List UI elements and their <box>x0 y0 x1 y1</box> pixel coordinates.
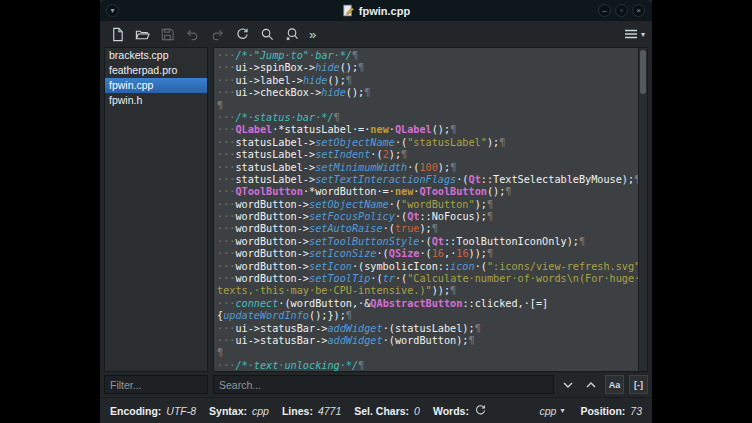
code-line: ···ui->label->hide();¶ <box>217 75 638 87</box>
save-button[interactable] <box>157 24 178 45</box>
syntax-selector-caret-icon: ▾ <box>560 406 564 415</box>
hamburger-menu-icon <box>623 27 639 41</box>
code-line: ···ui->checkBox->hide();¶ <box>217 87 638 99</box>
code-line: ···ui->spinBox->hide();¶ <box>217 62 638 74</box>
find-previous-button[interactable] <box>582 376 600 394</box>
code-line: ···statusLabel->setTextInteractionFlags·… <box>217 174 638 186</box>
code-line: ···ui->statusBar->addWidget·(wordButton)… <box>217 335 638 347</box>
words-label: Words: <box>433 405 469 417</box>
syntax-selector-button[interactable]: cpp ▾ <box>539 405 564 417</box>
statusbar: Encoding: UTF-8 Syntax: cpp Lines: 4771 … <box>100 397 652 423</box>
search-row: Aa [-] <box>100 372 652 397</box>
refresh-icon <box>474 404 487 417</box>
menu-caret-icon: ▾ <box>641 30 645 39</box>
app-icon <box>342 4 355 17</box>
titlebar[interactable]: ▾ fpwin.cpp – ▫ × <box>100 0 652 21</box>
match-case-button[interactable]: Aa <box>605 375 624 394</box>
redo-button[interactable] <box>207 24 228 45</box>
code-line: ¶ <box>217 100 638 112</box>
sidebar-item-featherpad.pro[interactable]: featherpad.pro <box>105 63 207 78</box>
chevron-down-icon <box>562 379 574 391</box>
editor-scrollbar[interactable] <box>638 48 647 371</box>
code-line: ···statusLabel->setIndent·(2);¶ <box>217 149 638 161</box>
code-line: ···wordButton->setToolButtonStyle·(Qt::T… <box>217 236 638 248</box>
position-label: Position: <box>580 405 625 417</box>
code-line: ···wordButton->setFocusPolicy·(Qt::NoFoc… <box>217 211 638 223</box>
code-line: ···statusLabel->setMinimumWidth·(100);¶ <box>217 162 638 174</box>
sidebar-item-fpwin.h[interactable]: fpwin.h <box>105 93 207 108</box>
code-line: ···wordButton->setAutoRaise·(true);¶ <box>217 223 638 235</box>
syntax-label: Syntax: <box>209 405 247 417</box>
toolbar-overflow-button[interactable]: » <box>307 27 318 42</box>
featherpad-window: ▾ fpwin.cpp – ▫ × <box>100 0 652 423</box>
code-line: ···/*·text·unlocking·*/¶ <box>217 360 638 371</box>
reload-icon <box>235 27 250 42</box>
new-file-button[interactable] <box>107 24 128 45</box>
word-count-refresh-button[interactable] <box>474 404 487 417</box>
reload-button[interactable] <box>232 24 253 45</box>
code-line: ···ui->statusBar->addWidget·(statusLabel… <box>217 323 638 335</box>
sel-chars-label: Sel. Chars: <box>354 405 409 417</box>
code-line: ···wordButton->setIcon·(symbolicIcon::ic… <box>217 261 638 273</box>
search-and-replace-button[interactable] <box>282 24 303 45</box>
open-file-button[interactable] <box>132 24 153 45</box>
position-value: 73 <box>630 405 642 417</box>
find-next-button[interactable] <box>559 376 577 394</box>
code-line: ···statusLabel->setObjectName·("statusLa… <box>217 137 638 149</box>
search-and-replace-icon <box>285 27 300 42</box>
editor-scrollbar-handle[interactable] <box>640 50 646 94</box>
toolbar: » ▾ <box>100 21 652 47</box>
sel-chars-value: 0 <box>414 405 420 417</box>
search-button[interactable] <box>257 24 278 45</box>
search-input[interactable] <box>213 375 554 394</box>
undo-button[interactable] <box>182 24 203 45</box>
encoding-label: Encoding: <box>110 405 161 417</box>
code-line: {updateWordInfo();});¶ <box>217 310 638 322</box>
save-icon <box>160 27 175 42</box>
main-area: brackets.cppfeatherpad.profpwin.cppfpwin… <box>100 47 652 372</box>
menu-button[interactable]: ▾ <box>623 27 645 41</box>
editor-pane: ···/*·"Jump·to"·bar·*/¶···ui->spinBox->h… <box>213 47 648 372</box>
chevron-up-icon <box>585 379 597 391</box>
code-area[interactable]: ···/*·"Jump·to"·bar·*/¶···ui->spinBox->h… <box>214 48 638 371</box>
undo-icon <box>185 27 200 42</box>
lines-label: Lines: <box>282 405 313 417</box>
match-case-icon: Aa <box>609 380 621 390</box>
syntax-selector-value: cpp <box>539 405 556 417</box>
code-line: ···connect·(wordButton,·&QAbstractButton… <box>217 298 638 310</box>
new-file-icon <box>110 27 125 42</box>
code-line: ···QToolButton·*wordButton·=·new·QToolBu… <box>217 186 638 198</box>
code-line: ···QLabel·*statusLabel·=·new·QLabel();¶ <box>217 124 638 136</box>
close-button[interactable]: × <box>632 4 645 17</box>
lines-value: 4771 <box>318 405 341 417</box>
open-folder-icon <box>135 27 150 42</box>
window-title-area: fpwin.cpp <box>342 4 410 17</box>
redo-icon <box>210 27 225 42</box>
maximize-button[interactable]: ▫ <box>615 4 628 17</box>
code-line: ···wordButton->setObjectName·("wordButto… <box>217 199 638 211</box>
sidebar-item-fpwin.cpp[interactable]: fpwin.cpp <box>105 78 207 93</box>
code-line: ···/*·"Jump·to"·bar·*/¶ <box>217 50 638 62</box>
minimize-button[interactable]: – <box>598 4 611 17</box>
window-menu-button[interactable]: ▾ <box>106 4 119 17</box>
file-list[interactable]: brackets.cppfeatherpad.profpwin.cppfpwin… <box>104 47 208 372</box>
filter-input[interactable] <box>104 375 208 394</box>
desktop-background: ▾ fpwin.cpp – ▫ × <box>0 0 752 423</box>
window-title: fpwin.cpp <box>359 5 410 17</box>
code-line: ···/*·status·bar·*/¶ <box>217 112 638 124</box>
sidebar-item-brackets.cpp[interactable]: brackets.cpp <box>105 48 207 63</box>
search-icon <box>260 27 275 42</box>
code-line: ···wordButton->setIconSize·(QSize·(16,·1… <box>217 248 638 260</box>
encoding-value: UTF-8 <box>166 405 196 417</box>
code-line: ¶ <box>217 347 638 359</box>
whole-word-button[interactable]: [-] <box>629 375 648 394</box>
whole-word-icon: [-] <box>634 380 643 390</box>
code-line: ···wordButton->setToolTip·(tr·("Calculat… <box>217 273 638 285</box>
syntax-value: cpp <box>252 405 269 417</box>
code-line: texts,·this·may·be·CPU-intensive.)"));¶ <box>217 285 638 297</box>
